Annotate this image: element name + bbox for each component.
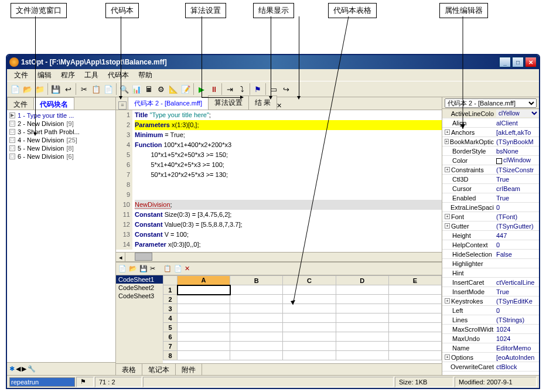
prop-row[interactable]: +Font(TFont) <box>442 212 539 221</box>
sheet-tab-grid[interactable]: 表格 <box>116 364 142 375</box>
prop-row[interactable]: ActiveLineColoclYellow <box>442 109 539 118</box>
prop-row[interactable]: +Gutter(TSynGutter) <box>442 221 539 231</box>
file-list-item[interactable]: □2 - New Division [9] <box>7 120 115 128</box>
prop-row[interactable]: +Keystrokes(TSynEditKe <box>442 296 539 306</box>
prop-row[interactable]: OverwriteCaretctBlock <box>442 362 539 371</box>
menu-file[interactable]: 文件 <box>9 69 33 81</box>
menu-program[interactable]: 程序 <box>56 69 80 81</box>
prop-row[interactable]: EnabledTrue <box>442 193 539 203</box>
file-list-item[interactable]: □6 - New Division [6] <box>7 152 115 161</box>
sheet-copy-icon[interactable]: 📋 <box>163 265 172 272</box>
prop-row[interactable]: Lines(TStrings) <box>442 315 539 325</box>
anno-prop: 属性编辑器 <box>439 3 488 18</box>
new-icon[interactable]: 📄 <box>9 83 21 95</box>
prop-row[interactable]: Left0 <box>442 306 539 315</box>
open-icon[interactable]: 📂 <box>22 83 33 95</box>
lp-tool-icon[interactable]: 🔧 <box>28 365 36 373</box>
code-editor[interactable]: 1234567891011121314 Title "Type your tit… <box>116 110 442 261</box>
prop-row[interactable]: InsertModeTrue <box>442 287 539 296</box>
sheet-del-icon[interactable]: ✕ <box>185 265 190 272</box>
prop-row[interactable]: NameEditorMemo <box>442 343 539 353</box>
pause-icon[interactable]: ⏸ <box>208 83 220 95</box>
prop-row[interactable]: MaxUndo1024 <box>442 334 539 343</box>
prop-row[interactable]: Height447 <box>442 231 539 240</box>
prop-object-select[interactable]: 代码本 2 - [Balance.mff] <box>445 98 537 108</box>
window-icon[interactable]: ▭ <box>268 83 279 95</box>
property-editor-panel: 代码本 2 - [Balance.mff] ActiveLineColoclYe… <box>442 97 539 375</box>
minimize-button[interactable]: _ <box>499 57 511 67</box>
menu-codebook[interactable]: 代码本 <box>103 69 134 81</box>
tool1-icon[interactable]: ⚙ <box>155 83 167 95</box>
file-list-item[interactable]: □4 - New Division [25] <box>7 136 115 144</box>
editor-hscrollbar[interactable]: ◂ <box>116 252 442 261</box>
lp-tab-block[interactable]: 代码块名 <box>33 97 74 110</box>
exit-icon[interactable]: ↪ <box>280 83 292 95</box>
file-list-item[interactable]: □3 - Short Path Probl... <box>7 128 115 136</box>
prop-row[interactable]: ColorclWindow <box>442 156 539 165</box>
lp-tab-file[interactable]: 文件 <box>7 97 34 110</box>
prop-row[interactable]: HideSelectionFalse <box>442 250 539 259</box>
copy-icon[interactable]: 📋 <box>90 83 102 95</box>
tab-close-icon[interactable]: ✕ <box>277 102 282 110</box>
prop-row[interactable]: +Constraints(TSizeConstr <box>442 165 539 175</box>
lp-refresh-icon[interactable]: ✱ <box>9 365 15 373</box>
undo-icon[interactable]: ↩ <box>62 83 74 95</box>
sheet-nav-item[interactable]: CodeSheet2 <box>116 284 163 292</box>
step2-icon[interactable]: ⤵ <box>236 83 248 95</box>
lp-next-icon[interactable]: ▶ <box>22 365 26 373</box>
sheet-nav-item[interactable]: CodeSheet1 <box>116 275 163 284</box>
main-toolbar: 📄 📂 📁 💾 ↩ ✂ 📋 📄 🔍 📊 🖩 ⚙ 📐 📝 ▶ ⏸ ⇥ ⤵ ⚑ ▭ … <box>7 81 539 97</box>
prop-row[interactable]: Highlighter <box>442 259 539 268</box>
close-button[interactable]: ✕ <box>525 57 537 67</box>
chart-icon[interactable]: 📊 <box>131 83 142 95</box>
sheet-new-icon[interactable]: 📄 <box>118 265 127 272</box>
prop-row[interactable]: InsertCaretctVerticalLine <box>442 278 539 287</box>
editor-tabs: ≡ 代码本 2 - [Balance.mff] 算法设置 结 果 ✕ <box>116 97 442 110</box>
prop-row[interactable]: Hint <box>442 268 539 278</box>
prop-row[interactable]: AlignalClient <box>442 118 539 128</box>
sheet-nav-item[interactable]: CodeSheet3 <box>116 292 163 300</box>
sheet-paste-icon[interactable]: 📄 <box>174 265 182 272</box>
tool2-icon[interactable]: 📐 <box>168 83 179 95</box>
file-list-item[interactable]: ▶1 - Type your title ... <box>7 111 115 120</box>
prop-row[interactable]: +Options[eoAutoInden <box>442 353 539 362</box>
file-list-item[interactable]: □5 - New Division [8] <box>7 144 115 152</box>
tab-codebook[interactable]: 代码本 2 - [Balance.mff] <box>128 97 209 110</box>
paste-icon[interactable]: 📄 <box>103 83 114 95</box>
prop-row[interactable]: Ctl3DTrue <box>442 175 539 184</box>
anno-result: 结果显示 <box>253 3 294 18</box>
save-icon[interactable]: 💾 <box>50 83 62 95</box>
menu-edit[interactable]: 编辑 <box>33 69 56 81</box>
run-icon[interactable]: ▶ <box>196 83 207 95</box>
step-icon[interactable]: ⇥ <box>224 83 236 95</box>
app-icon <box>9 57 19 67</box>
prop-row[interactable]: BorderStylebsNone <box>442 146 539 156</box>
sheet-tab-attach[interactable]: 附件 <box>176 364 202 375</box>
lp-prev-icon[interactable]: ◀ <box>16 365 21 373</box>
anno-algo: 算法设置 <box>185 3 226 18</box>
cut-icon[interactable]: ✂ <box>78 83 90 95</box>
tab-result[interactable]: 结 果 <box>248 96 277 110</box>
sheet-save-icon[interactable]: 💾 <box>139 265 148 272</box>
tool3-icon[interactable]: 📝 <box>180 83 192 95</box>
menu-help[interactable]: 帮助 <box>134 69 157 81</box>
prop-row[interactable]: ExtraLineSpaci0 <box>442 203 539 212</box>
tab-nav-icon[interactable]: ≡ <box>118 101 127 110</box>
find-icon[interactable]: 🔍 <box>118 83 130 95</box>
spreadsheet-grid[interactable]: ABCDE12345678 <box>163 275 442 363</box>
tab-algo[interactable]: 算法设置 <box>208 96 249 110</box>
prop-row[interactable]: CursorcrIBeam <box>442 184 539 193</box>
command-input[interactable] <box>9 377 75 387</box>
sheet-tab-note[interactable]: 笔记本 <box>142 364 176 375</box>
calc-icon[interactable]: 🖩 <box>143 83 155 95</box>
prop-row[interactable]: MaxScrollWidt1024 <box>442 325 539 334</box>
flag-icon[interactable]: ⚑ <box>252 83 264 95</box>
prop-row[interactable]: HelpContext0 <box>442 240 539 250</box>
prop-row[interactable]: +Anchors[akLeft,akTo <box>442 128 539 137</box>
maximize-button[interactable]: □ <box>512 57 524 67</box>
open2-icon[interactable]: 📁 <box>34 83 46 95</box>
sheet-cut-icon[interactable]: ✂ <box>150 265 155 272</box>
prop-row[interactable]: +BookMarkOptic(TSynBookM <box>442 137 539 146</box>
sheet-open-icon[interactable]: 📂 <box>129 265 137 272</box>
menu-tool[interactable]: 工具 <box>80 69 103 81</box>
